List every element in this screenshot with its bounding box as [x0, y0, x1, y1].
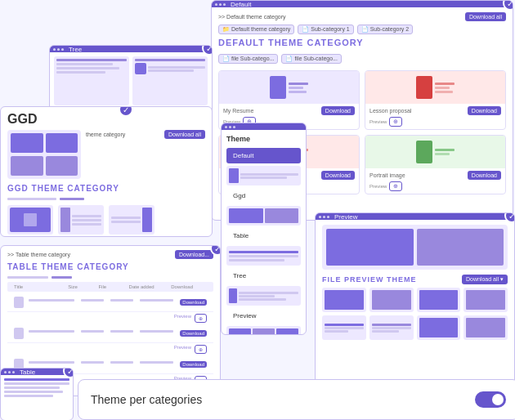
panel-theme-menu: Theme Default Ggd Table	[221, 123, 307, 335]
resume-label: My Resume	[223, 108, 253, 114]
portrait-download-btn[interactable]: Download	[468, 171, 501, 180]
template-card-lesson: Lesson proposal Download Preview ⊕	[365, 70, 506, 130]
ggd-thumb	[226, 206, 301, 226]
default-download-all-btn[interactable]: Download all	[465, 12, 506, 21]
default-section-title: DEFAULT THEME CATEGORY	[218, 38, 506, 47]
preview-title-bar: Preview	[316, 213, 514, 220]
preview-file-8	[464, 315, 508, 340]
theme-menu-item-table[interactable]: Table	[226, 228, 301, 244]
theme-menu-item-tree[interactable]: Tree	[226, 268, 301, 284]
ggd-theme-category-label: theme category	[86, 132, 125, 137]
ggd-section-title: GGD THEME CATEGORY	[7, 184, 205, 193]
table-small-title: Table	[20, 369, 35, 376]
row1-preview-btn[interactable]: ⊕	[195, 314, 207, 323]
preview-download-all-btn[interactable]: Download all ▾	[462, 275, 508, 284]
table-row-2: Download	[7, 324, 213, 343]
theme-per-categories-label: Theme per categories	[91, 393, 202, 406]
preview-file-4	[464, 288, 508, 312]
table-thumb	[226, 246, 301, 266]
preview-file-6	[369, 315, 414, 340]
default-cat-tag-2: 📄 Sub-category 1	[298, 25, 353, 34]
lesson-label: Lesson proposal	[369, 108, 411, 114]
theme-categories-toggle[interactable]	[475, 391, 506, 408]
ggd-title: GGD	[7, 112, 37, 127]
default-panel-title: Default	[231, 1, 251, 8]
lesson-preview-btn[interactable]: ⊕	[389, 117, 402, 127]
resume-download-btn[interactable]: Download	[321, 106, 355, 115]
portrait-preview-label: Preview	[369, 184, 387, 189]
lesson-preview-label: Preview	[369, 119, 387, 124]
table-small-title-bar: Table	[1, 369, 73, 375]
template-card-portrait: Portrait image Download Preview ⊕	[365, 135, 506, 194]
preview-file-2	[369, 288, 414, 312]
row2-download-btn[interactable]: Download	[180, 330, 207, 337]
template-card-resume: My Resume Download Preview ⊕	[218, 70, 360, 130]
table-download-btn[interactable]: Download...	[175, 250, 213, 259]
default-header-label: >> Default theme category	[218, 14, 286, 20]
row2-preview-btn[interactable]: ⊕	[195, 345, 207, 354]
preview-file-7	[417, 315, 461, 340]
theme-menu-item-default[interactable]: Default	[226, 148, 301, 163]
default-cat-tag-3: 📄 Sub-category 2	[357, 25, 413, 34]
panel-ggd: GGD theme category Download all GGD THEM…	[0, 106, 213, 237]
row3-download-btn[interactable]: Download	[180, 361, 207, 368]
theme-menu-title: Theme	[226, 135, 301, 143]
bottom-bar: Theme per categories	[78, 379, 515, 420]
preview-thumb	[226, 326, 301, 335]
ggd-download-all-btn[interactable]: Download all	[164, 130, 205, 139]
tree-title-bar: Tree	[50, 46, 212, 52]
theme-menu-title-bar	[222, 123, 306, 130]
col-size: Size	[68, 284, 92, 289]
table-row-1: Download	[7, 293, 213, 312]
theme-menu-item-ggd[interactable]: Ggd	[226, 188, 301, 203]
preview-file-3	[417, 288, 461, 312]
row2-preview-row: Preview⊕	[7, 343, 213, 355]
col-title: Title	[14, 284, 61, 289]
lesson-download-btn[interactable]: Download	[468, 106, 501, 115]
portrait-preview-btn[interactable]: ⊕	[389, 181, 402, 191]
default-sub-tag-1: 📄 file Sub-catego...	[218, 54, 278, 64]
theme-menu-item-preview[interactable]: Preview	[226, 308, 301, 324]
preview-file-1	[322, 288, 366, 312]
slide-download-btn[interactable]: Download	[321, 171, 355, 180]
default-thumb	[226, 166, 301, 185]
row1-preview-row: Preview⊕	[7, 312, 213, 324]
default-cat-tag-1: 📁 Default theme category	[218, 25, 294, 34]
preview-panel-title: Preview	[334, 213, 357, 221]
col-date: Date added	[129, 284, 165, 289]
panel-table-small: Table ✓	[0, 368, 74, 420]
row1-download-btn[interactable]: Download	[180, 299, 207, 306]
table-section-title: TABLE THEME CATEGORY	[7, 262, 213, 271]
table-header-label: >> Table theme category	[7, 252, 70, 257]
preview-section-title: FILE PREVIEW THEME	[322, 275, 417, 284]
tree-panel-title: Tree	[69, 46, 82, 53]
col-file: File	[98, 284, 122, 289]
col-download: Download	[171, 284, 207, 289]
default-title-bar: Default	[212, 1, 513, 7]
tree-thumb	[226, 286, 301, 306]
default-sub-tag-2: 📄 file Sub-catego...	[281, 54, 341, 64]
preview-file-5	[322, 315, 366, 340]
portrait-label: Portrait image	[369, 172, 405, 178]
